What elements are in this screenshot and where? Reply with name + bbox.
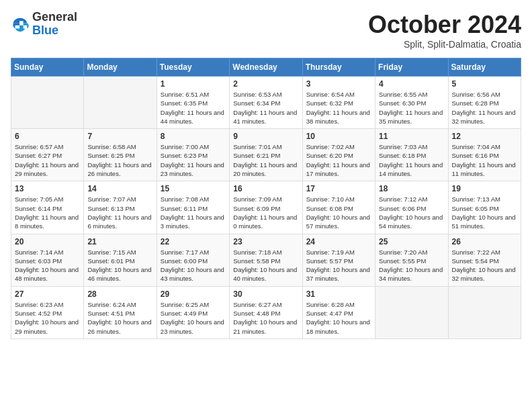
calendar-cell: 12Sunrise: 7:04 AM Sunset: 6:16 PM Dayli…: [448, 129, 521, 181]
title-area: October 2024 Split, Split-Dalmatia, Croa…: [368, 11, 521, 50]
day-number: 5: [452, 79, 517, 89]
day-info: Sunrise: 6:24 AM Sunset: 4:51 PM Dayligh…: [87, 300, 152, 336]
calendar-cell: 31Sunrise: 6:28 AM Sunset: 4:47 PM Dayli…: [302, 286, 375, 338]
calendar-cell: 28Sunrise: 6:24 AM Sunset: 4:51 PM Dayli…: [84, 286, 157, 338]
day-info: Sunrise: 7:19 AM Sunset: 5:57 PM Dayligh…: [306, 248, 371, 283]
calendar-cell: 27Sunrise: 6:23 AM Sunset: 4:52 PM Dayli…: [11, 286, 84, 338]
day-number: 17: [306, 184, 371, 193]
day-number: 16: [233, 184, 298, 193]
day-number: 4: [379, 79, 444, 89]
calendar-cell: 5Sunrise: 6:56 AM Sunset: 6:28 PM Daylig…: [448, 77, 521, 129]
day-info: Sunrise: 7:08 AM Sunset: 6:11 PM Dayligh…: [161, 195, 226, 230]
day-info: Sunrise: 6:53 AM Sunset: 6:34 PM Dayligh…: [233, 90, 298, 126]
logo: General Blue: [11, 11, 77, 38]
day-number: 6: [15, 132, 80, 141]
calendar-cell: 3Sunrise: 6:54 AM Sunset: 6:32 PM Daylig…: [302, 77, 375, 129]
calendar-cell: 24Sunrise: 7:19 AM Sunset: 5:57 PM Dayli…: [302, 234, 375, 286]
day-number: 12: [452, 132, 517, 141]
calendar-cell: 11Sunrise: 7:03 AM Sunset: 6:18 PM Dayli…: [375, 129, 448, 181]
day-number: 24: [306, 237, 371, 246]
calendar-cell: 19Sunrise: 7:13 AM Sunset: 6:05 PM Dayli…: [448, 181, 521, 234]
day-number: 19: [452, 184, 517, 193]
day-number: 3: [306, 79, 371, 89]
logo-general: General: [32, 11, 77, 24]
logo-blue: Blue: [32, 24, 77, 38]
day-number: 28: [87, 289, 152, 299]
calendar-cell: [375, 286, 448, 338]
calendar-cell: 18Sunrise: 7:12 AM Sunset: 6:06 PM Dayli…: [375, 181, 448, 234]
day-info: Sunrise: 7:00 AM Sunset: 6:23 PM Dayligh…: [161, 142, 226, 178]
day-info: Sunrise: 7:02 AM Sunset: 6:20 PM Dayligh…: [306, 142, 371, 178]
calendar-cell: 2Sunrise: 6:53 AM Sunset: 6:34 PM Daylig…: [230, 77, 302, 129]
day-info: Sunrise: 7:04 AM Sunset: 6:16 PM Dayligh…: [452, 142, 517, 178]
calendar-cell: 21Sunrise: 7:15 AM Sunset: 6:01 PM Dayli…: [84, 234, 157, 286]
day-info: Sunrise: 7:14 AM Sunset: 6:03 PM Dayligh…: [15, 248, 80, 283]
calendar-cell: 1Sunrise: 6:51 AM Sunset: 6:35 PM Daylig…: [157, 77, 229, 129]
day-number: 10: [306, 132, 371, 141]
day-info: Sunrise: 6:58 AM Sunset: 6:25 PM Dayligh…: [87, 142, 152, 178]
day-number: 26: [452, 237, 517, 246]
day-info: Sunrise: 7:13 AM Sunset: 6:05 PM Dayligh…: [452, 195, 517, 230]
calendar-cell: [11, 77, 84, 129]
day-number: 30: [233, 289, 298, 299]
day-info: Sunrise: 7:20 AM Sunset: 5:55 PM Dayligh…: [379, 248, 444, 283]
calendar-cell: 13Sunrise: 7:05 AM Sunset: 6:14 PM Dayli…: [11, 181, 84, 234]
calendar-cell: 7Sunrise: 6:58 AM Sunset: 6:25 PM Daylig…: [84, 129, 157, 181]
day-number: 25: [379, 237, 444, 246]
header: General Blue October 2024 Split, Split-D…: [11, 11, 521, 50]
day-info: Sunrise: 6:23 AM Sunset: 4:52 PM Dayligh…: [15, 300, 80, 336]
week-row-5: 27Sunrise: 6:23 AM Sunset: 4:52 PM Dayli…: [11, 286, 521, 338]
weekday-header-tuesday: Tuesday: [157, 58, 229, 77]
day-number: 23: [233, 237, 298, 246]
day-number: 7: [87, 132, 152, 141]
calendar-cell: 30Sunrise: 6:27 AM Sunset: 4:48 PM Dayli…: [230, 286, 302, 338]
weekday-header-saturday: Saturday: [448, 58, 521, 77]
calendar-cell: 10Sunrise: 7:02 AM Sunset: 6:20 PM Dayli…: [302, 129, 375, 181]
day-info: Sunrise: 6:57 AM Sunset: 6:27 PM Dayligh…: [15, 142, 80, 178]
day-info: Sunrise: 7:05 AM Sunset: 6:14 PM Dayligh…: [15, 195, 80, 230]
day-number: 20: [15, 237, 80, 246]
day-info: Sunrise: 7:09 AM Sunset: 6:09 PM Dayligh…: [233, 195, 298, 230]
day-info: Sunrise: 7:12 AM Sunset: 6:06 PM Dayligh…: [379, 195, 444, 230]
calendar-cell: 25Sunrise: 7:20 AM Sunset: 5:55 PM Dayli…: [375, 234, 448, 286]
day-number: 31: [306, 289, 371, 299]
day-number: 14: [87, 184, 152, 193]
calendar-cell: [448, 286, 521, 338]
calendar-cell: 29Sunrise: 6:25 AM Sunset: 4:49 PM Dayli…: [157, 286, 229, 338]
day-info: Sunrise: 7:22 AM Sunset: 5:54 PM Dayligh…: [452, 248, 517, 283]
week-row-2: 6Sunrise: 6:57 AM Sunset: 6:27 PM Daylig…: [11, 129, 521, 181]
weekday-header-friday: Friday: [375, 58, 448, 77]
weekday-header-sunday: Sunday: [11, 58, 84, 77]
calendar-cell: 9Sunrise: 7:01 AM Sunset: 6:21 PM Daylig…: [230, 129, 302, 181]
calendar-cell: 8Sunrise: 7:00 AM Sunset: 6:23 PM Daylig…: [157, 129, 229, 181]
day-info: Sunrise: 7:03 AM Sunset: 6:18 PM Dayligh…: [379, 142, 444, 178]
day-number: 15: [161, 184, 226, 193]
day-info: Sunrise: 6:55 AM Sunset: 6:30 PM Dayligh…: [379, 90, 444, 126]
day-info: Sunrise: 7:01 AM Sunset: 6:21 PM Dayligh…: [233, 142, 298, 178]
day-info: Sunrise: 6:25 AM Sunset: 4:49 PM Dayligh…: [161, 300, 226, 336]
week-row-4: 20Sunrise: 7:14 AM Sunset: 6:03 PM Dayli…: [11, 234, 521, 286]
day-number: 22: [161, 237, 226, 246]
calendar-table: SundayMondayTuesdayWednesdayThursdayFrid…: [11, 58, 521, 339]
logo-text: General Blue: [32, 11, 77, 38]
calendar-cell: 16Sunrise: 7:09 AM Sunset: 6:09 PM Dayli…: [230, 181, 302, 234]
weekday-header-row: SundayMondayTuesdayWednesdayThursdayFrid…: [11, 58, 521, 77]
location-subtitle: Split, Split-Dalmatia, Croatia: [368, 39, 521, 50]
day-number: 9: [233, 132, 298, 141]
day-number: 13: [15, 184, 80, 193]
day-info: Sunrise: 6:56 AM Sunset: 6:28 PM Dayligh…: [452, 90, 517, 126]
weekday-header-wednesday: Wednesday: [230, 58, 302, 77]
day-info: Sunrise: 6:51 AM Sunset: 6:35 PM Dayligh…: [161, 90, 226, 126]
day-info: Sunrise: 7:10 AM Sunset: 6:08 PM Dayligh…: [306, 195, 371, 230]
day-number: 21: [87, 237, 152, 246]
day-number: 29: [161, 289, 226, 299]
day-info: Sunrise: 7:07 AM Sunset: 6:13 PM Dayligh…: [87, 195, 152, 230]
day-info: Sunrise: 6:27 AM Sunset: 4:48 PM Dayligh…: [233, 300, 298, 336]
day-info: Sunrise: 7:15 AM Sunset: 6:01 PM Dayligh…: [87, 248, 152, 283]
day-info: Sunrise: 6:28 AM Sunset: 4:47 PM Dayligh…: [306, 300, 371, 336]
day-number: 8: [161, 132, 226, 141]
calendar-cell: 4Sunrise: 6:55 AM Sunset: 6:30 PM Daylig…: [375, 77, 448, 129]
day-number: 27: [15, 289, 80, 299]
calendar-cell: 17Sunrise: 7:10 AM Sunset: 6:08 PM Dayli…: [302, 181, 375, 234]
calendar-cell: 23Sunrise: 7:18 AM Sunset: 5:58 PM Dayli…: [230, 234, 302, 286]
